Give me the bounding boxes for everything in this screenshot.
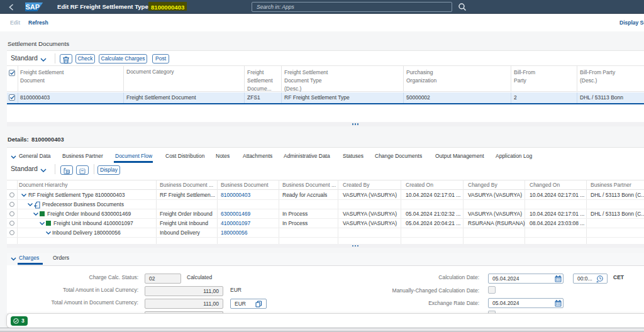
svg-text:SAP: SAP — [26, 3, 40, 11]
